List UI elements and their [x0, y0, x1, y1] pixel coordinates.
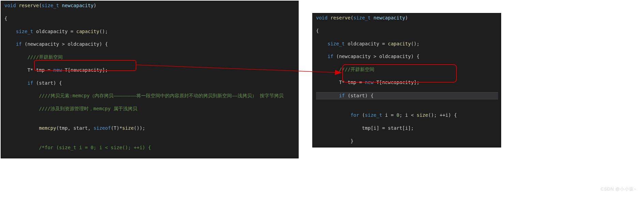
- right-code: void reserve(size_t newcapacity) { size_…: [313, 13, 501, 147]
- stage: void reserve(size_t newcapacity) { size_…: [0, 0, 644, 197]
- right-code-editor: void reserve(size_t newcapacity) { size_…: [312, 13, 501, 147]
- watermark: CSDN @小小孩~: [601, 186, 636, 192]
- left-code-editor: void reserve(size_t newcapacity) { size_…: [1, 1, 299, 158]
- left-code: void reserve(size_t newcapacity) { size_…: [1, 1, 298, 158]
